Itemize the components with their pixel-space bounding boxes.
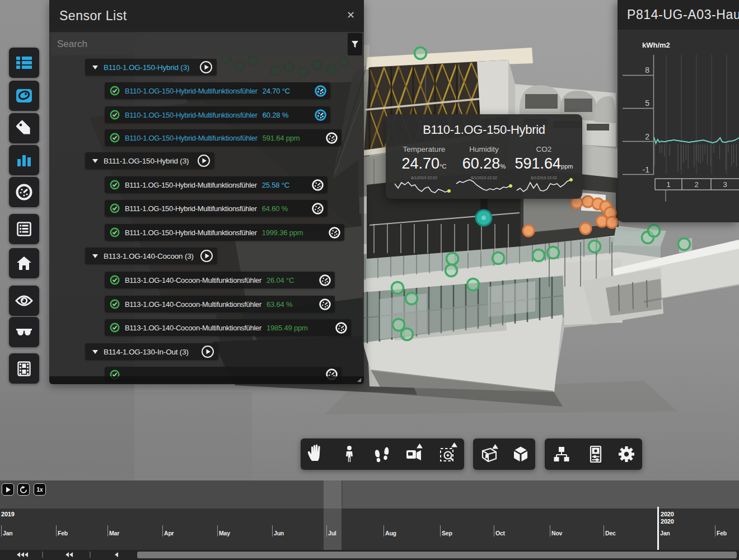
svg-text:3: 3 (723, 180, 727, 189)
svg-text:2: 2 (645, 132, 649, 141)
svg-text:2: 2 (694, 180, 698, 189)
svg-text:5: 5 (645, 99, 649, 108)
svg-text:-1: -1 (643, 165, 650, 174)
svg-text:1: 1 (666, 180, 670, 189)
svg-text:8: 8 (645, 66, 649, 74)
